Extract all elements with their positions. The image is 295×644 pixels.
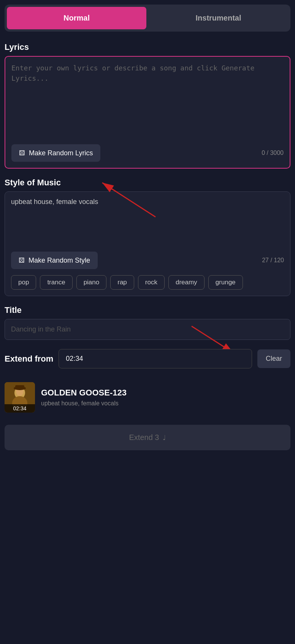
lyrics-char-count: 0 / 3000 [262,150,284,156]
lyrics-box: ⚄ Make Random Lyrics 0 / 3000 [5,56,290,169]
tag-trance[interactable]: trance [40,275,72,290]
mode-toggle: Normal Instrumental [5,5,290,32]
extend-action-button[interactable]: Extend 3 ♩ [5,425,290,450]
song-info: GOLDEN GOOSE-123 upbeat house, female vo… [41,388,127,407]
make-random-style-button[interactable]: ⚄ Make Random Style [11,252,98,269]
instrumental-mode-button[interactable]: Instrumental [149,7,288,29]
dice-icon: ⚄ [19,149,25,157]
style-section-label: Style of Music [5,178,290,188]
title-section: Title [5,305,290,340]
style-char-count: 27 / 120 [262,257,284,264]
tag-rock[interactable]: rock [138,275,165,290]
svg-rect-9 [15,385,24,389]
tag-piano[interactable]: piano [76,275,107,290]
extend-btn-label: Extend 3 [129,433,159,442]
tag-pop[interactable]: pop [11,275,36,290]
song-style: upbeat house, female vocals [41,400,127,407]
tag-rap[interactable]: rap [110,275,134,290]
random-style-label: Make Random Style [29,257,90,265]
lyrics-textarea[interactable] [11,63,284,139]
song-thumbnail[interactable]: 02:34 [5,382,35,413]
lyrics-footer: ⚄ Make Random Lyrics 0 / 3000 [11,144,284,162]
song-timestamp: 02:34 [5,404,35,413]
style-box: upbeat house, female vocals ⚄ Make Rando… [5,191,290,296]
style-footer: ⚄ Make Random Style 27 / 120 [11,252,284,269]
tag-dreamy[interactable]: dreamy [168,275,205,290]
random-lyrics-label: Make Random Lyrics [29,149,93,157]
style-value[interactable]: upbeat house, female vocals [11,198,284,206]
tag-grunge[interactable]: grunge [208,275,243,290]
style-tags: pop trance piano rap rock dreamy grunge [11,275,284,290]
extend-label: Extend from [5,354,53,364]
music-note-icon: ♩ [163,434,166,442]
song-title: GOLDEN GOOSE-123 [41,388,127,398]
title-section-label: Title [5,305,290,315]
title-input[interactable] [5,319,290,340]
extend-row: Extend from Clear [5,349,290,368]
make-random-lyrics-button[interactable]: ⚄ Make Random Lyrics [11,144,100,162]
extend-section: Extend from Clear [5,349,290,368]
style-inner-wrapper: upbeat house, female vocals [11,198,284,206]
style-section: Style of Music upbeat house, female voca… [5,178,290,296]
lyrics-section-label: Lyrics [5,42,290,52]
song-card: 02:34 GOLDEN GOOSE-123 upbeat house, fem… [5,378,290,417]
dice-icon-style: ⚄ [19,256,25,265]
extend-time-input[interactable] [59,349,252,368]
clear-button[interactable]: Clear [257,349,290,368]
normal-mode-button[interactable]: Normal [7,7,146,29]
lyrics-section: Lyrics ⚄ Make Random Lyrics 0 / 3000 [5,42,290,169]
